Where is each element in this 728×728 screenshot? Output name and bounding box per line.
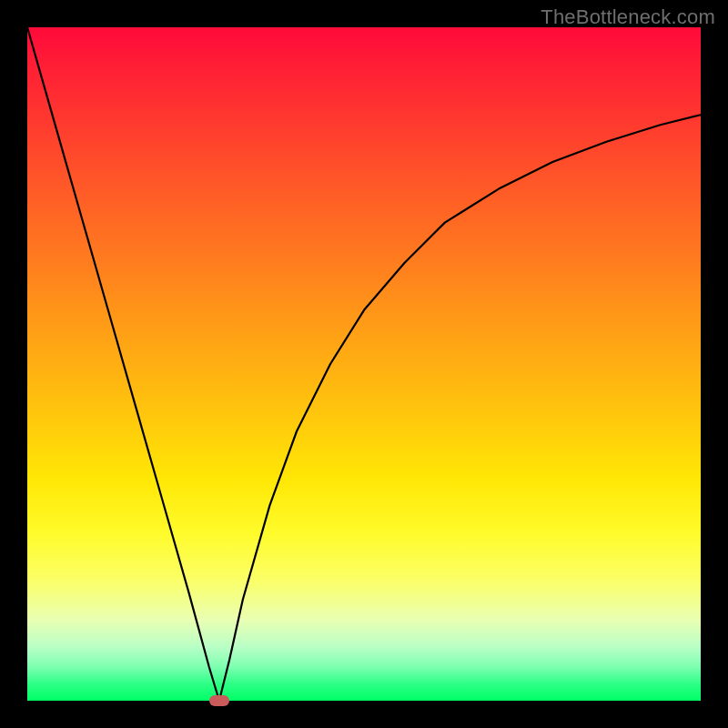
curve-layer [27, 27, 701, 701]
optimum-marker [209, 695, 229, 706]
bottleneck-curve [27, 27, 701, 701]
chart-stage: TheBottleneck.com [0, 0, 728, 728]
watermark-text: TheBottleneck.com [541, 5, 715, 29]
plot-area [27, 27, 701, 701]
